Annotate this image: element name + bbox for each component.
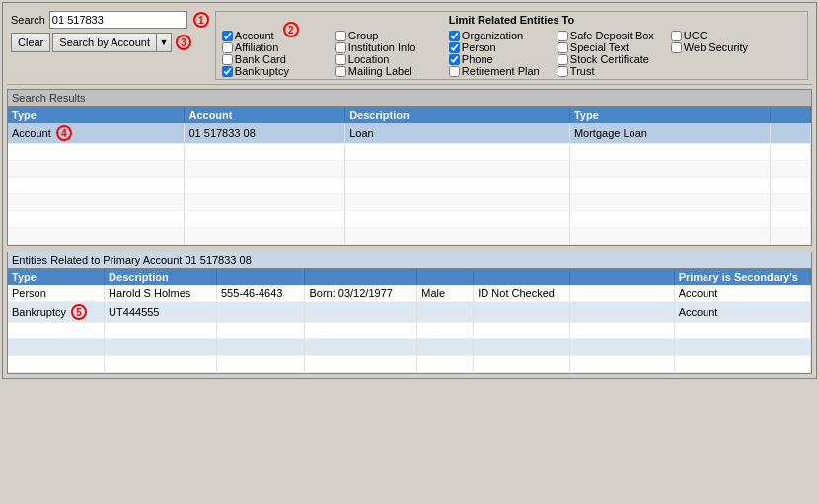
checkbox-affiliation-input[interactable] [222,42,233,53]
checkbox-bankcard: Bank Card [222,53,335,65]
result-account-1: 01 517833 08 [185,123,345,144]
top-bar: Search 1 Clear Search by Account ▼ 3 Lim… [7,7,812,85]
entity-desc-1: Harold S Holmes [105,285,217,302]
search-row: Search 1 [11,11,209,29]
search-input[interactable] [49,11,187,29]
checkbox-stock: Stock Certificate [558,53,671,65]
entity-col-primary: Primary is Secondary's [674,269,810,285]
entity-col4-2 [305,302,417,323]
col-description-header: Description [345,108,570,123]
checkbox-phone: Phone [449,53,558,65]
search-area: Search 1 Clear Search by Account ▼ 3 [11,11,209,52]
checkbox-affiliation-label: Affiliation [235,41,278,53]
entities-label: Entities Related to Primary Account 01 5… [12,254,252,266]
checkbox-institution-input[interactable] [335,42,346,53]
checkbox-stock-label: Stock Certificate [570,53,649,65]
checkbox-mailing: Mailing Label [335,65,449,77]
checkbox-bankruptcy-input[interactable] [222,66,233,77]
checkbox-group: Group [335,30,449,41]
checkbox-person-input[interactable] [449,42,460,53]
checkbox-stock-input[interactable] [558,54,568,65]
entities-header: Entities Related to Primary Account 01 5… [7,252,812,268]
result-type-1: Account 4 [8,123,185,144]
checkbox-phone-input[interactable] [449,54,460,65]
entity-col-4 [305,269,417,285]
entity-primary-2: Account [674,302,810,323]
checkbox-web-security-label: Web Security [684,41,748,53]
checkbox-trust-input[interactable] [558,66,568,77]
result-row-1[interactable]: Account 4 01 517833 08 Loan Mortgage Loa… [8,123,811,144]
checkbox-web-security-input[interactable] [671,42,682,53]
search-by-account-split: Search by Account ▼ [52,33,172,52]
checkbox-account: Account [222,30,335,41]
results-header-row: Type Account Description Type [8,108,811,123]
checkbox-mailing-input[interactable] [335,66,346,77]
checkbox-special-text-label: Special Text [570,41,629,53]
result-row-empty-4 [8,194,811,211]
checkbox-account-input[interactable] [222,31,233,41]
entity-row-empty-1 [8,323,811,339]
results-table: Type Account Description Type Account 4 … [8,108,811,245]
checkbox-bankcard-label: Bank Card [235,53,286,65]
entity-row-bankruptcy[interactable]: Bankruptcy 5 UT444555 Account [8,302,811,323]
entity-col-type: Type [8,269,105,285]
search-by-account-dropdown[interactable]: ▼ [156,33,172,52]
checkbox-mailing-label: Mailing Label [348,65,412,77]
entity-col6-2 [474,302,570,323]
checkbox-location: Location [335,53,449,65]
result-empty-1 [771,123,811,144]
result-type2-1: Mortgage Loan [569,123,770,144]
entity-desc-2: UT444555 [105,302,217,323]
result-row-empty-6 [8,228,811,245]
col-type2-header: Type [569,108,770,123]
buttons-row: Clear Search by Account ▼ 3 [11,33,209,52]
checkbox-organization: Organization [449,30,558,41]
badge-4: 4 [56,125,72,141]
search-label: Search [11,14,45,26]
checkbox-web-security: Web Security [671,41,760,53]
checkbox-organization-input[interactable] [449,31,460,41]
entities-table-container: Type Description Primary is Secondary's … [7,268,812,374]
entity-row-empty-2 [8,339,811,356]
checkbox-safe-deposit: Safe Deposit Box [558,30,671,41]
search-by-account-button[interactable]: Search by Account [52,33,156,52]
checkbox-organization-label: Organization [462,30,523,41]
entity-primary-1: Account [674,285,810,302]
main-container: Search 1 Clear Search by Account ▼ 3 Lim… [2,2,817,379]
checkbox-special-text-input[interactable] [558,42,568,53]
checkbox-safe-deposit-input[interactable] [558,31,568,41]
entity-phone-1: 555-46-4643 [216,285,304,302]
checkbox-person: Person [449,41,558,53]
checkbox-bankcard-input[interactable] [222,54,233,65]
checkbox-location-input[interactable] [335,54,346,65]
search-results-label: Search Results [12,92,86,104]
checkbox-institution: Institution Info [335,41,449,53]
entity-row-person[interactable]: Person Harold S Holmes 555-46-4643 Born:… [8,285,811,302]
limit-section: Limit Related Entities To 2 Account Affi… [215,11,808,80]
checkbox-container: Account Affiliation Bank Card Bankruptcy [222,30,335,77]
entity-col-5 [417,269,474,285]
badge-1: 1 [193,12,209,28]
results-table-container: Type Account Description Type Account 4 … [7,107,812,246]
checkbox-retirement: Retirement Plan [449,65,558,77]
checkbox-col2: Group Institution Info Location Mailing … [335,30,449,77]
col-account-header: Account [185,108,345,123]
badge-5: 5 [71,304,87,320]
badge-3: 3 [176,35,191,50]
entity-dob-1: Born: 03/12/1977 [305,285,417,302]
entity-col-6 [474,269,570,285]
checkbox-ucc-input[interactable] [671,31,682,41]
checkbox-location-label: Location [348,53,390,65]
result-description-1: Loan [345,123,570,144]
checkbox-trust: Trust [558,65,671,77]
entity-id-1: ID Not Checked [474,285,570,302]
clear-button[interactable]: Clear [11,33,50,52]
checkbox-group-input[interactable] [335,31,346,41]
entity-empty-1 [569,285,674,302]
checkbox-person-label: Person [462,41,496,53]
checkbox-retirement-input[interactable] [449,66,460,77]
checkbox-bankruptcy-label: Bankruptcy [235,65,289,77]
entity-col7-2 [569,302,674,323]
limit-title: Limit Related Entities To [222,14,801,26]
entity-col3-2 [216,302,304,323]
